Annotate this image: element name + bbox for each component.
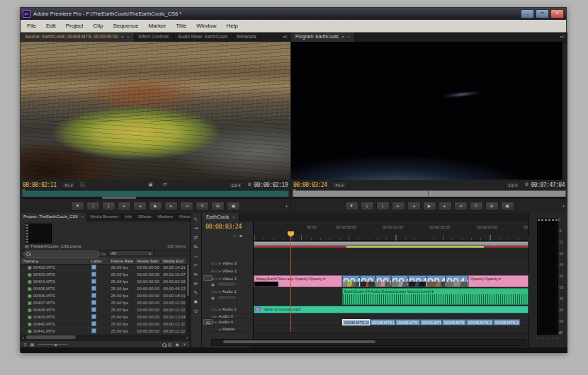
expand-icon[interactable]: ▾ <box>219 277 221 281</box>
tool-button[interactable]: ⇌ <box>192 279 200 288</box>
timeline-horizontal-scrollbar[interactable] <box>211 339 526 346</box>
collapse-icon[interactable]: ▸ <box>219 327 221 331</box>
source-video-frame[interactable] <box>21 42 290 180</box>
clear-icon[interactable]: ✕ <box>183 342 186 347</box>
track-header-video3[interactable]: ⊙ □ ▸ Video 3 <box>202 260 254 267</box>
output-icon[interactable]: ▣ <box>148 182 153 188</box>
column-name[interactable]: Name ▴ <box>21 258 89 263</box>
transport-button[interactable]: ▣ <box>501 202 514 211</box>
menu-item[interactable]: File <box>22 21 41 30</box>
audio-clip[interactable]: 00441.MTS [A] <box>420 319 442 325</box>
video1-keyframe-controls[interactable]: ▣ <box>211 282 237 287</box>
scroll-left-icon[interactable]: ◂ <box>21 335 26 340</box>
label-color-chip[interactable] <box>91 293 96 298</box>
marker-icon[interactable]: ⚑ <box>239 233 242 238</box>
sync-lock-icon[interactable]: □ <box>215 269 217 273</box>
menu-item[interactable]: Project <box>61 21 89 30</box>
program-scrollbar[interactable] <box>293 197 566 199</box>
keyframe-navigator[interactable] <box>217 282 237 287</box>
close-tab-icon[interactable]: × <box>347 35 350 39</box>
tool-button[interactable]: ⇋ <box>192 270 200 279</box>
audio-clip[interactable]: 00436.MTS [A] <box>342 319 370 325</box>
transport-button[interactable]: ▶ <box>149 202 162 211</box>
program-playhead-tick[interactable] <box>428 190 429 196</box>
column-media-start[interactable]: Media Start <box>134 259 160 263</box>
close-tab-icon[interactable]: × <box>81 214 84 219</box>
video-clip[interactable]: 00439.MTS [V] <box>375 275 391 287</box>
dropdown-arrow-icon[interactable]: ▾ <box>121 35 123 39</box>
transport-button[interactable]: ⊞ <box>211 202 225 211</box>
eye-icon[interactable]: ⊙ <box>211 261 214 265</box>
close-tab-icon[interactable]: × <box>232 215 235 219</box>
menu-item[interactable]: Title <box>171 21 191 30</box>
menu-item[interactable]: Edit <box>41 21 61 30</box>
new-item-icon[interactable]: ▣ <box>175 342 179 347</box>
expand-icon[interactable]: ▾ <box>219 289 221 294</box>
transport-button[interactable]: ▼ <box>71 202 84 211</box>
collapse-icon[interactable]: ▸ <box>215 314 217 318</box>
audio-clip[interactable]: 00444.MTS [A] <box>442 319 466 325</box>
transport-button[interactable]: ▼ <box>345 202 358 211</box>
new-bin-icon[interactable]: ▥ <box>168 342 172 347</box>
maximize-button[interactable]: ▭ <box>536 9 549 18</box>
transport-button[interactable]: } <box>376 202 390 211</box>
project-horizontal-scrollbar[interactable]: ◂ ▸ <box>21 335 190 340</box>
label-color-chip[interactable] <box>91 300 96 305</box>
audio1-keyframe-controls[interactable]: ▣ <box>211 295 237 300</box>
label-color-chip[interactable] <box>91 265 96 270</box>
track-header-audio1[interactable]: ◁ □ ▾ Audio 1 <box>202 288 254 294</box>
music-clip[interactable]: fx Vamp w trumpet.mp3 <box>254 306 528 313</box>
compare-icon[interactable]: ⇄ <box>163 182 167 188</box>
speaker-icon[interactable]: ◁ <box>211 289 214 294</box>
dropdown-arrow-icon[interactable]: ▾ <box>342 35 344 39</box>
transport-button[interactable]: ⇤ <box>392 202 405 211</box>
source-zoom-select[interactable]: Fit ▾ <box>62 181 75 189</box>
menu-item[interactable]: Window <box>191 21 221 30</box>
transport-button[interactable]: ▣ <box>227 202 240 211</box>
find-icon[interactable] <box>162 343 166 347</box>
video-clip[interactable]: 00441.MTS [V] <box>391 275 408 287</box>
menu-item[interactable]: Help <box>222 21 243 30</box>
video-clip[interactable]: 00436.MTS [V] <box>342 275 360 287</box>
close-button[interactable]: × <box>550 9 564 18</box>
settings-wrench-icon[interactable]: ⚙ <box>524 182 528 188</box>
speaker-icon[interactable]: ◁ <box>211 314 214 318</box>
title-bar[interactable]: Pr Adobe Premiere Pro - F:\TheEarthCools… <box>21 8 566 20</box>
minimize-button[interactable]: _ <box>521 9 534 18</box>
table-row[interactable]: ▦00409.MTS 25.00 fps 00:00:00:00 00:00:1… <box>21 313 186 321</box>
menu-item[interactable]: Clip <box>89 21 108 30</box>
label-color-chip[interactable] <box>91 286 96 291</box>
column-label[interactable]: Label <box>89 259 108 263</box>
transport-button[interactable]: ◂ <box>133 202 147 211</box>
video-clip[interactable]: 00444.MTS [V] <box>408 275 426 287</box>
timeline-ruler[interactable]: 00:0000:00:05:0000:00:10:0000:00:15:0000… <box>254 224 528 241</box>
video-clip[interactable]: 00438.MTS [V] <box>360 275 375 287</box>
timeline-timecode[interactable]: 00:00:03:24 <box>205 223 242 230</box>
track-header-audio2[interactable]: ◁ □ ▸ Audio 2 <box>202 306 254 313</box>
table-row[interactable]: ▦00440.MTS 25.00 fps 00:00:00:00 00:00:1… <box>21 321 186 328</box>
close-tab-icon[interactable]: × <box>127 35 130 39</box>
transport-button[interactable]: ⊞ <box>485 202 499 211</box>
transport-button[interactable]: ⇥ <box>180 202 193 211</box>
audio-meter[interactable] <box>537 219 558 335</box>
tool-button[interactable]: ✎ <box>192 289 200 297</box>
settings-wrench-icon[interactable]: ⚙ <box>247 182 251 188</box>
label-color-chip[interactable] <box>91 328 96 333</box>
tool-button[interactable]: ✂ <box>192 261 200 270</box>
button-editor-icon[interactable]: + <box>285 203 288 209</box>
transport-button[interactable]: ▶ <box>423 202 436 211</box>
scroll-right-icon[interactable]: ▸ <box>185 335 190 340</box>
panel-menu-icon[interactable]: ▾≡ <box>280 33 290 42</box>
speaker-icon[interactable]: ◁ <box>211 307 214 311</box>
keyframe-navigator[interactable] <box>217 295 237 300</box>
project-vertical-scrollbar[interactable] <box>186 264 190 334</box>
speaker-icon[interactable]: ◁ <box>211 320 214 324</box>
source-scrollbar[interactable] <box>22 197 289 199</box>
transport-button[interactable]: ⇤ <box>118 202 131 211</box>
tab-sequence-earthcools[interactable]: EarthCools × <box>202 213 239 221</box>
source-scrub-bar[interactable] <box>21 190 290 200</box>
thumbnail-zoom-slider[interactable]: ▲ <box>38 342 67 346</box>
extracted-audio-clip[interactable]: EarthCools-V4 Audio Extracted.wav Volume… <box>342 288 528 305</box>
column-frame-rate[interactable]: Frame Rate <box>108 259 134 263</box>
audio-clip[interactable]: 00448.MTS [A] <box>493 319 520 325</box>
